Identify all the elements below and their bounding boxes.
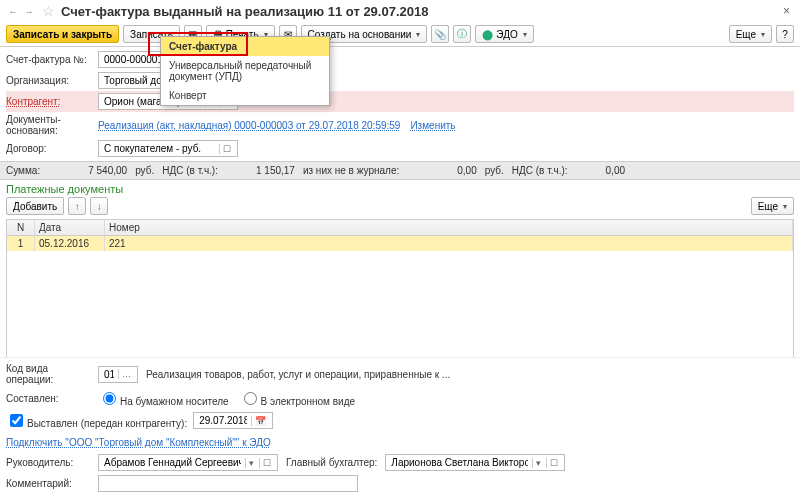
op-code-field[interactable]: … <box>98 366 138 383</box>
payments-table: N Дата Номер 1 05.12.2016 221 <box>6 219 794 369</box>
col-n[interactable]: N <box>7 220 35 235</box>
nds-label: НДС (в т.ч.): <box>162 165 218 176</box>
print-dropdown: Счет-фактура Универсальный передаточный … <box>160 36 330 106</box>
radio-paper[interactable]: На бумажном носителе <box>98 389 229 407</box>
docs-link[interactable]: Реализация (акт, накладная) 0000-000003 … <box>98 120 400 131</box>
op-text: Реализация товаров, работ, услуг и опера… <box>146 369 450 380</box>
attach-button[interactable]: 📎 <box>431 25 449 43</box>
col-date[interactable]: Дата <box>35 220 105 235</box>
notin-label: из них не в журнале: <box>303 165 399 176</box>
docs-change-link[interactable]: Изменить <box>410 120 455 131</box>
composed-label: Составлен: <box>6 393 98 404</box>
table-row[interactable]: 1 05.12.2016 221 <box>7 236 793 251</box>
payments-title: Платежные документы <box>0 180 800 195</box>
connect-edo-link[interactable]: Подключить "ООО "Торговый дом "Комплексн… <box>6 437 271 448</box>
manager-field[interactable]: ▾☐ <box>98 454 278 471</box>
org-label: Организация: <box>6 75 98 86</box>
nds2-label: НДС (в т.ч.): <box>512 165 568 176</box>
docs-label: Документы-основания: <box>6 114 98 136</box>
comment-label: Комментарий: <box>6 478 98 489</box>
manager-label: Руководитель: <box>6 457 98 468</box>
issued-date-field[interactable]: 📅 <box>193 412 273 429</box>
number-label: Счет-фактура №: <box>6 54 98 65</box>
zero2: 0,00 <box>606 165 625 176</box>
page-title: Счет-фактура выданный на реализацию 11 о… <box>61 4 428 19</box>
info-button[interactable]: ⓘ <box>453 25 471 43</box>
close-icon[interactable]: × <box>779 4 794 18</box>
contract-field[interactable]: ☐ <box>98 140 238 157</box>
op-label: Код вида операции: <box>6 363 98 385</box>
menu-item-envelope[interactable]: Конверт <box>161 86 329 105</box>
move-up-button[interactable]: ↑ <box>68 197 86 215</box>
nds-value: 1 150,17 <box>256 165 295 176</box>
issued-check[interactable]: Выставлен (передан контрагенту): <box>6 411 187 430</box>
summary-row: Сумма: 7 540,00 руб. НДС (в т.ч.): 1 150… <box>0 161 800 180</box>
col-num[interactable]: Номер <box>105 220 793 235</box>
contragent-label: Контрагент: <box>6 96 98 107</box>
nav-back-icon[interactable]: ← <box>6 4 20 18</box>
save-close-button[interactable]: Записать и закрыть <box>6 25 119 43</box>
payments-more-button[interactable]: Еще▾ <box>751 197 794 215</box>
accountant-field[interactable]: ▾☐ <box>385 454 565 471</box>
edo-button[interactable]: ⬤ЭДО▾ <box>475 25 533 43</box>
comment-field[interactable] <box>98 475 358 492</box>
accountant-label: Главный бухгалтер: <box>286 457 377 468</box>
help-button[interactable]: ? <box>776 25 794 43</box>
star-icon[interactable]: ☆ <box>42 3 55 19</box>
nav-fwd-icon[interactable]: → <box>22 4 36 18</box>
more-button[interactable]: Еще▾ <box>729 25 772 43</box>
contract-label: Договор: <box>6 143 98 154</box>
move-down-button[interactable]: ↓ <box>90 197 108 215</box>
menu-item-invoice[interactable]: Счет-фактура <box>161 37 329 56</box>
add-button[interactable]: Добавить <box>6 197 64 215</box>
main-toolbar: Записать и закрыть Записать ▦ 🖶Печать▾ ✉… <box>0 22 800 47</box>
radio-elec[interactable]: В электронном виде <box>239 389 355 407</box>
sum-value: 7 540,00 <box>88 165 127 176</box>
zero1: 0,00 <box>457 165 476 176</box>
menu-item-upd[interactable]: Универсальный передаточный документ (УПД… <box>161 56 329 86</box>
sum-label: Сумма: <box>6 165 40 176</box>
